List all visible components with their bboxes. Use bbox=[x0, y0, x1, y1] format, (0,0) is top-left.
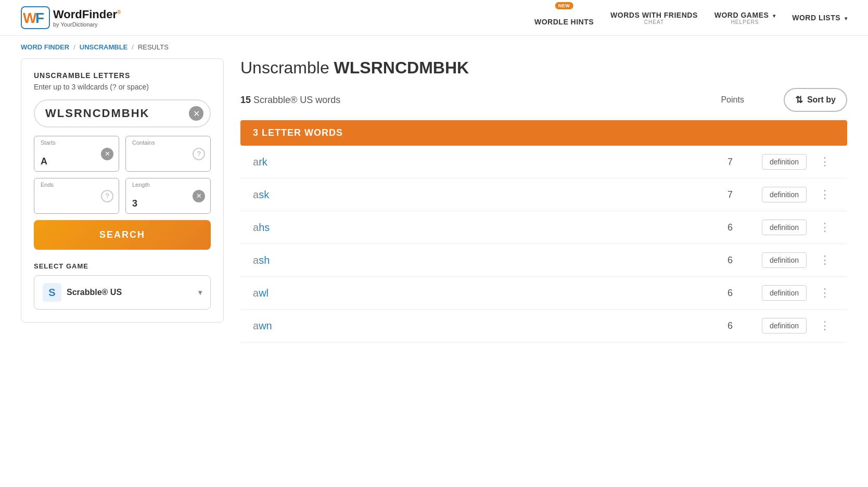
word-list: ark 7 definition ⋮ ask 7 definition ⋮ ah… bbox=[240, 146, 847, 342]
table-row: ask 7 definition ⋮ bbox=[240, 178, 847, 211]
site-header: W F WordFinder® by YourDictionary NEW WO… bbox=[0, 0, 868, 36]
table-row: ark 7 definition ⋮ bbox=[240, 146, 847, 178]
filter-row-2: Ends ? Length ✕ bbox=[34, 178, 211, 214]
nav-wg-label: WORD GAMES ▾ bbox=[714, 11, 775, 19]
sidebar: UNSCRAMBLE LETTERS Enter up to 3 wildcar… bbox=[21, 58, 224, 323]
main-content: UNSCRAMBLE LETTERS Enter up to 3 wildcar… bbox=[0, 58, 868, 342]
breadcrumb-word-finder[interactable]: WORD FINDER bbox=[21, 43, 69, 51]
more-options-icon-awl[interactable]: ⋮ bbox=[815, 285, 835, 301]
breadcrumb: WORD FINDER / UNSCRAMBLE / RESULTS bbox=[0, 36, 868, 58]
word-points-awl: 6 bbox=[712, 288, 733, 299]
game-name: Scrabble® US bbox=[67, 288, 193, 297]
definition-btn-ark[interactable]: definition bbox=[762, 154, 807, 170]
ends-help-icon: ? bbox=[101, 190, 113, 202]
word-points-ark: 7 bbox=[712, 157, 733, 168]
table-row: awn 6 definition ⋮ bbox=[240, 310, 847, 342]
letters-input[interactable] bbox=[34, 99, 211, 127]
breadcrumb-sep-1: / bbox=[73, 43, 75, 51]
breadcrumb-results: RESULTS bbox=[138, 43, 169, 51]
word-points-awn: 6 bbox=[712, 321, 733, 331]
chevron-down-icon-2: ▾ bbox=[845, 16, 848, 21]
game-chevron-icon: ▾ bbox=[198, 288, 202, 297]
game-select-dropdown[interactable]: S Scrabble® US ▾ bbox=[34, 275, 211, 310]
more-options-icon-awn[interactable]: ⋮ bbox=[815, 318, 835, 334]
sort-button[interactable]: ⇅ Sort by bbox=[784, 88, 847, 112]
word-link-awn[interactable]: awn bbox=[253, 320, 315, 332]
search-button[interactable]: SEARCH bbox=[34, 220, 211, 250]
table-row: awl 6 definition ⋮ bbox=[240, 277, 847, 310]
more-options-icon-ask[interactable]: ⋮ bbox=[815, 187, 835, 202]
nav-wwf-label: WORDS WITH FRIENDS bbox=[610, 11, 698, 19]
main-nav: NEW WORDLE HINTS WORDS WITH FRIENDS CHEA… bbox=[534, 9, 847, 26]
ends-input[interactable] bbox=[41, 192, 98, 209]
results-count: 15 Scrabble® US words bbox=[240, 95, 712, 106]
brand-name: WordFinder® bbox=[53, 8, 121, 21]
word-points-ahs: 6 bbox=[712, 222, 733, 233]
word-group-header: 3 LETTER WORDS bbox=[240, 120, 847, 146]
table-row: ash 6 definition ⋮ bbox=[240, 244, 847, 277]
length-input[interactable] bbox=[132, 192, 189, 209]
contains-field: Contains ? bbox=[125, 136, 211, 172]
more-options-icon-ash[interactable]: ⋮ bbox=[815, 252, 835, 268]
definition-btn-ash[interactable]: definition bbox=[762, 252, 807, 268]
filter-row-1: Starts ✕ Contains ? bbox=[34, 136, 211, 172]
nav-wordle-hints[interactable]: NEW WORDLE HINTS bbox=[534, 9, 594, 26]
definition-btn-ask[interactable]: definition bbox=[762, 187, 807, 202]
heading-pre: Unscramble bbox=[240, 58, 334, 77]
nav-wwf-sub: CHEAT bbox=[644, 19, 664, 25]
clear-length-button[interactable]: ✕ bbox=[193, 190, 205, 202]
chevron-down-icon: ▾ bbox=[773, 13, 776, 19]
nav-wg-sub: HELPERS bbox=[731, 19, 759, 25]
contains-input[interactable] bbox=[132, 150, 189, 167]
ends-label: Ends bbox=[41, 182, 54, 188]
sort-icon: ⇅ bbox=[795, 94, 803, 106]
svg-text:W: W bbox=[23, 10, 37, 26]
word-link-ask[interactable]: ask bbox=[253, 189, 315, 201]
points-label: Points bbox=[721, 95, 744, 105]
table-row: ahs 6 definition ⋮ bbox=[240, 211, 847, 244]
brand-sub: by YourDictionary bbox=[53, 21, 121, 28]
sidebar-title: UNSCRAMBLE LETTERS bbox=[34, 71, 211, 80]
nav-words-with-friends[interactable]: WORDS WITH FRIENDS CHEAT bbox=[610, 11, 698, 25]
more-options-icon-ahs[interactable]: ⋮ bbox=[815, 220, 835, 235]
word-link-ahs[interactable]: ahs bbox=[253, 222, 315, 234]
definition-btn-ahs[interactable]: definition bbox=[762, 220, 807, 235]
results-meta: 15 Scrabble® US words Points ⇅ Sort by bbox=[240, 88, 847, 112]
logo-text: WordFinder® by YourDictionary bbox=[53, 8, 121, 28]
length-field: Length ✕ bbox=[125, 178, 211, 214]
new-badge: NEW bbox=[555, 2, 573, 9]
heading-letters: WLSRNCDMBHK bbox=[334, 58, 469, 77]
word-link-ash[interactable]: ash bbox=[253, 254, 315, 266]
word-link-ark[interactable]: ark bbox=[253, 156, 315, 168]
ends-field: Ends ? bbox=[34, 178, 119, 214]
logo-box: W F bbox=[21, 6, 50, 29]
contains-label: Contains bbox=[132, 139, 155, 146]
help-icon: ? bbox=[193, 148, 205, 160]
sidebar-hint: Enter up to 3 wildcards (? or space) bbox=[34, 83, 211, 91]
word-points-ask: 7 bbox=[712, 189, 733, 200]
nav-word-lists[interactable]: WORD LISTS ▾ bbox=[792, 14, 847, 22]
game-section-title: SELECT GAME bbox=[34, 262, 211, 270]
clear-letters-button[interactable]: ✕ bbox=[189, 106, 203, 121]
starts-input[interactable] bbox=[41, 150, 98, 167]
breadcrumb-unscramble[interactable]: UNSCRAMBLE bbox=[80, 43, 127, 51]
definition-btn-awn[interactable]: definition bbox=[762, 318, 807, 334]
svg-text:F: F bbox=[35, 10, 44, 26]
results-panel: Unscramble WLSRNCDMBHK 15 Scrabble® US w… bbox=[240, 58, 847, 342]
logo[interactable]: W F WordFinder® by YourDictionary bbox=[21, 6, 121, 29]
letters-input-wrap: ✕ bbox=[34, 99, 211, 127]
starts-label: Starts bbox=[41, 139, 56, 146]
clear-starts-button[interactable]: ✕ bbox=[101, 148, 113, 160]
word-points-ash: 6 bbox=[712, 255, 733, 266]
breadcrumb-sep-2: / bbox=[132, 43, 134, 51]
trademark: ® bbox=[117, 9, 121, 15]
nav-word-games[interactable]: WORD GAMES ▾ HELPERS bbox=[714, 11, 775, 25]
word-link-awl[interactable]: awl bbox=[253, 287, 315, 299]
length-label: Length bbox=[132, 182, 150, 188]
starts-field: Starts ✕ bbox=[34, 136, 119, 172]
sort-label: Sort by bbox=[807, 95, 836, 105]
nav-wordle-hints-label: WORDLE HINTS bbox=[534, 18, 594, 26]
more-options-icon-ark[interactable]: ⋮ bbox=[815, 154, 835, 170]
definition-btn-awl[interactable]: definition bbox=[762, 285, 807, 301]
game-icon: S bbox=[43, 283, 61, 302]
